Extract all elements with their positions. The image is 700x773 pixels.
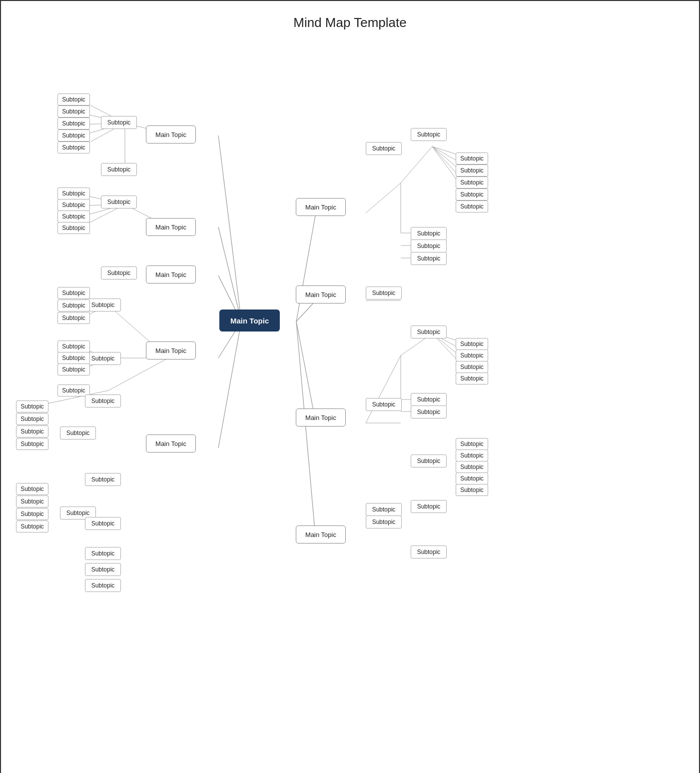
sub-l5-top[interactable]: Subtopic <box>85 394 121 408</box>
sub-l1-2e[interactable]: Subtopic <box>57 142 90 154</box>
mt-left-5[interactable]: Main Topic <box>146 434 196 452</box>
sub-r1-1[interactable]: Subtopic <box>366 142 402 155</box>
sub-l5-bot3[interactable]: Subtopic <box>85 563 121 576</box>
svg-line-33 <box>401 146 432 183</box>
mt-left-2[interactable]: Main Topic <box>146 218 196 236</box>
sub-l5-bot1[interactable]: Subtopic <box>85 517 121 530</box>
sub-l5-a1[interactable]: Subtopic <box>16 400 48 412</box>
sub-l4-2c[interactable]: Subtopic <box>57 364 90 376</box>
sub-l2-1[interactable]: Subtopic <box>101 196 137 208</box>
mt-right-3[interactable]: Main Topic <box>296 408 346 426</box>
mt-left-4[interactable]: Main Topic <box>146 342 196 360</box>
sub-l5-b2[interactable]: Subtopic <box>16 496 48 508</box>
sub-r1-2b[interactable]: Subtopic <box>456 164 488 176</box>
svg-line-44 <box>366 356 401 423</box>
sub-l2-2d[interactable]: Subtopic <box>57 222 90 234</box>
sub-r3-3b[interactable]: Subtopic <box>411 406 447 418</box>
sub-l4-1[interactable]: Subtopic <box>85 298 121 312</box>
sub-r3-2a[interactable]: Subtopic <box>456 338 488 350</box>
sub-r4-2e[interactable]: Subtopic <box>456 484 488 496</box>
sub-r1-s1[interactable]: Subtopic <box>411 128 447 141</box>
sub-r3-2c[interactable]: Subtopic <box>456 361 488 373</box>
sub-r3-3a[interactable]: Subtopic <box>411 393 447 406</box>
sub-l4-2b[interactable]: Subtopic <box>57 352 90 364</box>
sub-l5-b4[interactable]: Subtopic <box>16 520 48 532</box>
sub-l5-b3[interactable]: Subtopic <box>16 508 48 520</box>
sub-r3-2d[interactable]: Subtopic <box>456 372 488 384</box>
sub-r4-bot[interactable]: Subtopic <box>411 546 447 558</box>
sub-r4-2d[interactable]: Subtopic <box>456 472 488 484</box>
sub-r4-2[interactable]: Subtopic <box>366 516 402 528</box>
svg-line-6 <box>296 300 316 322</box>
page: Mind Map Template <box>0 0 700 773</box>
sub-r4-1[interactable]: Subtopic <box>366 503 402 516</box>
sub-l1-1[interactable]: Subtopic <box>101 116 137 129</box>
sub-l4-2[interactable]: Subtopic <box>85 352 121 365</box>
sub-r1-2c[interactable]: Subtopic <box>456 176 488 188</box>
sub-r3-2b[interactable]: Subtopic <box>456 350 488 362</box>
sub-l1-bot[interactable]: Subtopic <box>101 163 137 176</box>
svg-line-4 <box>218 322 241 448</box>
sub-l5-2[interactable]: Subtopic <box>85 473 121 486</box>
sub-l3-1[interactable]: Subtopic <box>101 266 137 280</box>
svg-line-8 <box>296 322 316 540</box>
sub-l5-bot4[interactable]: Subtopic <box>85 579 121 592</box>
sub-r4-s1[interactable]: Subtopic <box>411 454 447 468</box>
canvas: Main Topic Main Topic Subtopic Subtopic … <box>1 36 699 773</box>
sub-l5-bot2[interactable]: Subtopic <box>85 547 121 560</box>
sub-r4-2a[interactable]: Subtopic <box>456 438 488 450</box>
sub-r3-s1[interactable]: Subtopic <box>411 326 447 338</box>
sub-l4-t2[interactable]: Subtopic <box>57 300 90 312</box>
sub-r1-3c[interactable]: Subtopic <box>411 252 447 265</box>
sub-r1-3b[interactable]: Subtopic <box>411 240 447 252</box>
svg-line-1 <box>218 227 241 322</box>
mt-left-3[interactable]: Main Topic <box>146 266 196 284</box>
sub-r4-3a[interactable]: Subtopic <box>411 500 447 513</box>
sub-l4-t1[interactable]: Subtopic <box>57 287 90 299</box>
sub-r3-1[interactable]: Subtopic <box>366 398 402 411</box>
svg-line-7 <box>296 322 316 423</box>
center-node[interactable]: Main Topic <box>219 310 280 332</box>
sub-r4-2b[interactable]: Subtopic <box>456 450 488 462</box>
svg-line-5 <box>296 213 316 322</box>
sub-l5-a2[interactable]: Subtopic <box>16 413 48 425</box>
sub-l4-t3[interactable]: Subtopic <box>57 312 90 324</box>
sub-r1-3a[interactable]: Subtopic <box>411 227 447 240</box>
sub-l1-2b[interactable]: Subtopic <box>57 106 90 118</box>
sub-l1-2c[interactable]: Subtopic <box>57 118 90 130</box>
sub-l5-a3[interactable]: Subtopic <box>16 426 48 438</box>
svg-line-32 <box>366 183 401 213</box>
sub-r1-2e[interactable]: Subtopic <box>456 200 488 212</box>
sub-r4-2c[interactable]: Subtopic <box>456 461 488 473</box>
sub-r1-2d[interactable]: Subtopic <box>456 188 488 200</box>
sub-l5-1[interactable]: Subtopic <box>60 426 96 440</box>
mt-right-1[interactable]: Main Topic <box>296 198 346 216</box>
mt-right-2[interactable]: Main Topic <box>296 286 346 304</box>
mt-right-4[interactable]: Main Topic <box>296 526 346 544</box>
mt-left-1[interactable]: Main Topic <box>146 126 196 144</box>
sub-l2-2c[interactable]: Subtopic <box>57 210 90 222</box>
page-title: Mind Map Template <box>1 1 699 36</box>
svg-line-0 <box>218 136 241 322</box>
sub-l5-b1[interactable]: Subtopic <box>16 483 48 495</box>
sub-r1-2a[interactable]: Subtopic <box>456 152 488 164</box>
sub-r2-1[interactable]: Subtopic <box>366 286 402 300</box>
sub-l2-2a[interactable]: Subtopic <box>57 188 90 200</box>
sub-l2-2b[interactable]: Subtopic <box>57 199 90 211</box>
sub-l4-2a[interactable]: Subtopic <box>57 340 90 352</box>
sub-l1-2a[interactable]: Subtopic <box>57 94 90 106</box>
sub-l1-2d[interactable]: Subtopic <box>57 130 90 142</box>
sub-l5-a4[interactable]: Subtopic <box>16 438 48 450</box>
